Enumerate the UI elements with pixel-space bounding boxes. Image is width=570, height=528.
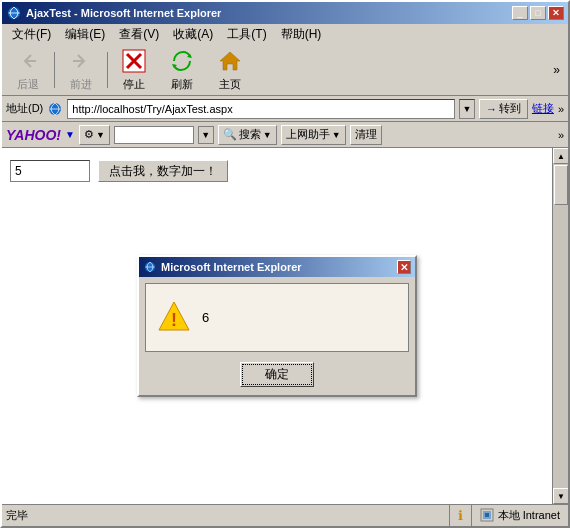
toolbar-more-addr[interactable]: » bbox=[558, 103, 564, 115]
back-label: 后退 bbox=[17, 77, 39, 92]
help-arrow-icon: ▼ bbox=[332, 130, 341, 140]
svg-rect-18 bbox=[485, 513, 489, 517]
address-label: 地址(D) bbox=[6, 101, 43, 116]
settings-dropdown-icon: ▼ bbox=[96, 130, 105, 140]
address-bar: 地址(D) ▼ → 转到 链接 » bbox=[2, 96, 568, 122]
forward-icon bbox=[67, 47, 95, 75]
status-info-panel: ℹ bbox=[449, 505, 471, 526]
refresh-button[interactable]: 刷新 bbox=[160, 45, 204, 94]
menu-favorites[interactable]: 收藏(A) bbox=[167, 25, 219, 44]
svg-marker-9 bbox=[220, 52, 240, 70]
svg-text:!: ! bbox=[171, 310, 177, 330]
dialog-body: ! 6 bbox=[145, 283, 409, 352]
clear-button[interactable]: 清理 bbox=[350, 125, 382, 145]
go-arrow-icon: → bbox=[486, 103, 497, 115]
menu-tools[interactable]: 工具(T) bbox=[221, 25, 272, 44]
address-dropdown[interactable]: ▼ bbox=[459, 99, 475, 119]
search-arrow-icon: ▼ bbox=[263, 130, 272, 140]
dialog-ie-icon bbox=[143, 260, 157, 274]
stop-icon bbox=[120, 47, 148, 75]
ie-dialog: Microsoft Internet Explorer ✕ ! bbox=[137, 255, 417, 397]
menu-view[interactable]: 查看(V) bbox=[113, 25, 165, 44]
toolbar-more-yahoo[interactable]: » bbox=[558, 129, 564, 141]
scroll-down-button[interactable]: ▼ bbox=[553, 488, 568, 504]
go-label: 转到 bbox=[499, 101, 521, 116]
browser-window: AjaxTest - Microsoft Internet Explorer _… bbox=[0, 0, 570, 528]
ie-icon bbox=[6, 5, 22, 21]
dialog-title-left: Microsoft Internet Explorer bbox=[143, 260, 302, 274]
help-label: 上网助手 bbox=[286, 127, 330, 142]
scrollbar-track[interactable] bbox=[553, 164, 568, 488]
title-buttons: _ □ ✕ bbox=[512, 6, 564, 20]
menu-help[interactable]: 帮助(H) bbox=[275, 25, 328, 44]
dialog-close-button[interactable]: ✕ bbox=[397, 260, 411, 274]
close-button[interactable]: ✕ bbox=[548, 6, 564, 20]
dialog-title: Microsoft Internet Explorer bbox=[161, 261, 302, 273]
scrollbar-thumb[interactable] bbox=[554, 165, 568, 205]
dialog-overlay: Microsoft Internet Explorer ✕ ! bbox=[2, 148, 552, 504]
title-bar-left: AjaxTest - Microsoft Internet Explorer bbox=[6, 5, 221, 21]
zone-label: 本地 Intranet bbox=[498, 508, 560, 523]
stop-label: 停止 bbox=[123, 77, 145, 92]
scroll-up-button[interactable]: ▲ bbox=[553, 148, 568, 164]
clear-label: 清理 bbox=[355, 127, 377, 142]
go-button[interactable]: → 转到 bbox=[479, 99, 528, 119]
yahoo-logo: YAHOO! bbox=[6, 127, 61, 143]
search-dropdown[interactable]: ▼ bbox=[198, 126, 214, 144]
search-icon: 🔍 bbox=[223, 128, 237, 141]
help-button[interactable]: 上网助手 ▼ bbox=[281, 125, 346, 145]
menu-file[interactable]: 文件(F) bbox=[6, 25, 57, 44]
toolbar: 后退 前进 停止 bbox=[2, 44, 568, 96]
status-bar: 完毕 ℹ 本地 Intranet bbox=[2, 504, 568, 526]
ok-button[interactable]: 确定 bbox=[240, 362, 314, 387]
refresh-label: 刷新 bbox=[171, 77, 193, 92]
menu-bar: 文件(F) 编辑(E) 查看(V) 收藏(A) 工具(T) 帮助(H) bbox=[2, 24, 568, 44]
zone-icon bbox=[480, 508, 494, 524]
window-title: AjaxTest - Microsoft Internet Explorer bbox=[26, 7, 221, 19]
scrollbar-right: ▲ ▼ bbox=[552, 148, 568, 504]
home-label: 主页 bbox=[219, 77, 241, 92]
info-icon: ℹ bbox=[458, 508, 463, 523]
links-label[interactable]: 链接 bbox=[532, 101, 554, 116]
menu-edit[interactable]: 编辑(E) bbox=[59, 25, 111, 44]
status-panels: ℹ 本地 Intranet bbox=[449, 505, 568, 526]
back-icon bbox=[14, 47, 42, 75]
dialog-titlebar: Microsoft Internet Explorer ✕ bbox=[139, 257, 415, 277]
warning-icon: ! bbox=[158, 300, 190, 335]
forward-label: 前进 bbox=[70, 77, 92, 92]
search-label: 搜索 bbox=[239, 127, 261, 142]
status-zone-panel: 本地 Intranet bbox=[471, 505, 568, 526]
content-area: 点击我，数字加一！ bbox=[2, 148, 568, 504]
yahoo-search-button[interactable]: 🔍 搜索 ▼ bbox=[218, 125, 277, 145]
home-icon bbox=[216, 47, 244, 75]
toolbar-more[interactable]: » bbox=[549, 59, 564, 81]
settings-icon: ⚙ bbox=[84, 128, 94, 141]
stop-button[interactable]: 停止 bbox=[112, 45, 156, 94]
page-icon bbox=[47, 101, 63, 117]
forward-button[interactable]: 前进 bbox=[59, 45, 103, 94]
status-text: 完毕 bbox=[2, 508, 449, 523]
page-content: 点击我，数字加一！ bbox=[2, 148, 552, 504]
yahoo-settings-button[interactable]: ⚙ ▼ bbox=[79, 125, 110, 145]
address-input[interactable] bbox=[67, 99, 455, 119]
yahoo-toolbar: YAHOO! ▼ ⚙ ▼ ▼ 🔍 搜索 ▼ 上网助手 ▼ 清理 » bbox=[2, 122, 568, 148]
dialog-message: 6 bbox=[202, 310, 209, 325]
maximize-button[interactable]: □ bbox=[530, 6, 546, 20]
title-bar: AjaxTest - Microsoft Internet Explorer _… bbox=[2, 2, 568, 24]
home-button[interactable]: 主页 bbox=[208, 45, 252, 94]
minimize-button[interactable]: _ bbox=[512, 6, 528, 20]
yahoo-search-input[interactable] bbox=[114, 126, 194, 144]
refresh-icon bbox=[168, 47, 196, 75]
dialog-footer: 确定 bbox=[139, 358, 415, 395]
back-button[interactable]: 后退 bbox=[6, 45, 50, 94]
yahoo-dropdown[interactable]: ▼ bbox=[65, 129, 75, 140]
